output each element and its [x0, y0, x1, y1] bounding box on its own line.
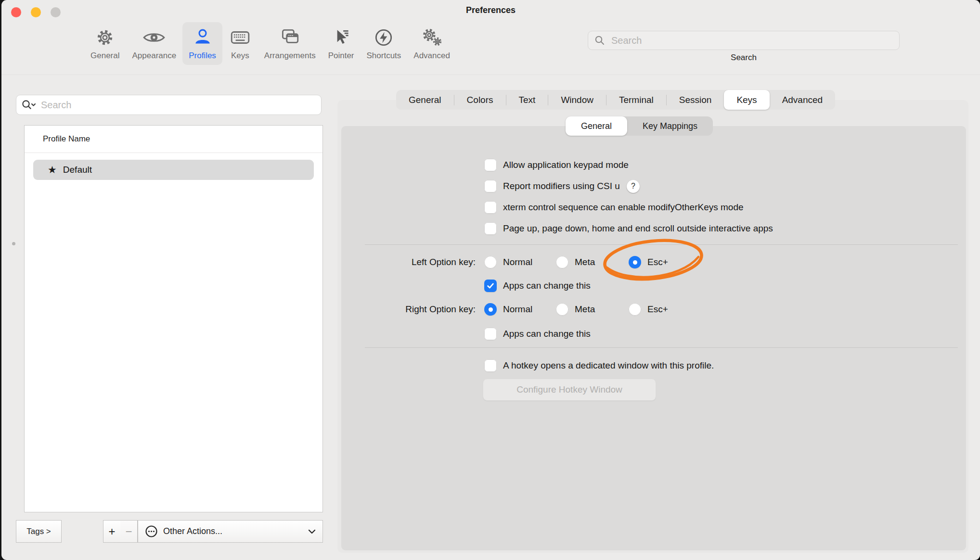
profile-name: Default — [63, 165, 92, 175]
gears-icon — [420, 25, 444, 50]
toolbar-item-label: General — [90, 51, 119, 61]
preferences-toolbar: General Appearance Profiles — [84, 22, 456, 65]
checkbox-row: Allow application keypad mode — [484, 158, 629, 172]
apps-can-change-left-row: Apps can change this — [484, 279, 591, 293]
window-title: Preferences — [1, 5, 980, 15]
toolbar-search-caption: Search — [588, 53, 900, 63]
toolbar-item-advanced[interactable]: Advanced — [407, 22, 456, 65]
checkbox-csi-u[interactable] — [484, 180, 497, 192]
tab-keys[interactable]: Keys — [724, 90, 769, 110]
help-button[interactable]: ? — [627, 180, 640, 193]
checkbox-label: xterm control sequence can enable modify… — [503, 202, 744, 213]
bolt-icon — [373, 25, 395, 50]
profile-search-input[interactable] — [40, 99, 316, 111]
checkbox-apps-change-right[interactable] — [484, 328, 497, 340]
radio-icon[interactable] — [556, 303, 568, 316]
toolbar-item-appearance[interactable]: Appearance — [126, 22, 182, 65]
toolbar-item-label: Pointer — [328, 51, 354, 61]
configure-hotkey-window-button[interactable]: Configure Hotkey Window — [483, 379, 656, 401]
tab-session[interactable]: Session — [667, 90, 724, 110]
search-icon — [594, 35, 606, 46]
toolbar-divider — [1, 75, 980, 75]
profile-list-header: Profile Name — [25, 126, 322, 153]
checkbox-row: Report modifiers using CSI u ? — [484, 179, 640, 193]
left-option-key-label: Left Option key: — [338, 255, 476, 269]
tab-advanced[interactable]: Advanced — [770, 90, 836, 110]
hotkey-row: A hotkey opens a dedicated window with t… — [484, 358, 714, 373]
checkbox-row: xterm control sequence can enable modify… — [484, 200, 744, 215]
radio-label: Esc+ — [647, 304, 668, 315]
tab-window[interactable]: Window — [548, 90, 606, 110]
toolbar-item-label: Profiles — [189, 51, 216, 61]
toolbar-item-shortcuts[interactable]: Shortcuts — [361, 22, 408, 65]
eye-icon — [142, 25, 166, 50]
radio-icon[interactable] — [629, 303, 641, 316]
chevron-down-icon — [308, 529, 316, 534]
toolbar-search-input[interactable] — [610, 35, 893, 47]
tab-colors[interactable]: Colors — [454, 90, 506, 110]
section-divider — [365, 347, 958, 348]
apps-can-change-right-row: Apps can change this — [484, 327, 591, 341]
toolbar-item-label: Appearance — [132, 51, 176, 61]
tab-general[interactable]: General — [396, 90, 454, 110]
profile-search-field[interactable] — [16, 95, 322, 115]
radio-left-normal[interactable]: Normal — [484, 255, 532, 269]
star-icon: ★ — [48, 164, 57, 176]
profile-tab-bar: General Colors Text Window Terminal Sess… — [396, 90, 835, 110]
profile-row-default[interactable]: ★ Default — [33, 160, 314, 180]
keys-general-panel — [341, 126, 966, 550]
tab-terminal[interactable]: Terminal — [606, 90, 666, 110]
radio-right-meta[interactable]: Meta — [556, 302, 595, 317]
toolbar-item-label: Advanced — [413, 51, 450, 61]
gear-icon — [94, 25, 116, 50]
checkbox-apps-change-left[interactable] — [484, 280, 497, 292]
checkbox-hotkey-window[interactable] — [484, 359, 497, 372]
radio-right-esc[interactable]: Esc+ — [629, 302, 668, 317]
other-actions-dropdown[interactable]: Other Actions... — [138, 520, 323, 543]
search-menu-icon — [21, 99, 36, 111]
checkbox-label: A hotkey opens a dedicated window with t… — [503, 360, 714, 371]
checkbox-label: Report modifiers using CSI u — [503, 181, 620, 191]
toolbar-item-keys[interactable]: Keys — [222, 22, 258, 65]
keys-subtab-bar: General Key Mappings — [566, 116, 713, 136]
toolbar-item-arrangements[interactable]: Arrangements — [258, 22, 322, 65]
toolbar-item-label: Shortcuts — [367, 51, 401, 61]
radio-left-meta[interactable]: Meta — [556, 255, 595, 269]
add-profile-button[interactable]: + — [103, 520, 121, 543]
toolbar-item-general[interactable]: General — [84, 22, 126, 65]
checkbox-label: Apps can change this — [503, 329, 591, 339]
keyboard-icon — [229, 25, 252, 50]
radio-left-esc[interactable]: Esc+ — [629, 255, 668, 269]
radio-icon-selected[interactable] — [629, 256, 641, 268]
checkbox-keypad-mode[interactable] — [484, 159, 497, 171]
right-option-key-label: Right Option key: — [338, 302, 476, 317]
radio-icon[interactable] — [556, 256, 568, 268]
subtab-key-mappings[interactable]: Key Mappings — [627, 116, 713, 136]
preferences-window: Preferences General Appearance — [1, 0, 980, 560]
checkbox-page-scroll[interactable] — [484, 222, 497, 235]
tab-text[interactable]: Text — [506, 90, 548, 110]
section-divider — [365, 244, 958, 245]
toolbar-item-pointer[interactable]: Pointer — [322, 22, 361, 65]
radio-icon[interactable] — [484, 256, 497, 268]
window-edge-dot — [12, 242, 15, 245]
toolbar-item-label: Arrangements — [264, 51, 316, 61]
remove-profile-button[interactable]: − — [120, 520, 138, 543]
radio-label: Meta — [575, 257, 595, 267]
cursor-icon — [330, 25, 352, 50]
checkbox-row: Page up, page down, home and end scroll … — [484, 221, 773, 236]
toolbar-item-profiles[interactable]: Profiles — [182, 22, 222, 65]
toolbar-item-label: Keys — [231, 51, 249, 61]
toolbar-search-field[interactable] — [588, 31, 900, 50]
radio-label: Normal — [503, 304, 532, 315]
radio-right-normal[interactable]: Normal — [484, 302, 532, 317]
subtab-general[interactable]: General — [566, 116, 627, 136]
windows-icon — [278, 25, 301, 50]
checkbox-label: Allow application keypad mode — [503, 160, 629, 170]
other-actions-label: Other Actions... — [163, 526, 308, 536]
tags-button[interactable]: Tags > — [16, 520, 62, 543]
radio-icon-selected[interactable] — [484, 303, 497, 316]
person-icon — [192, 25, 214, 50]
checkbox-label: Apps can change this — [503, 280, 591, 291]
checkbox-modifyotherkeys[interactable] — [484, 201, 497, 214]
